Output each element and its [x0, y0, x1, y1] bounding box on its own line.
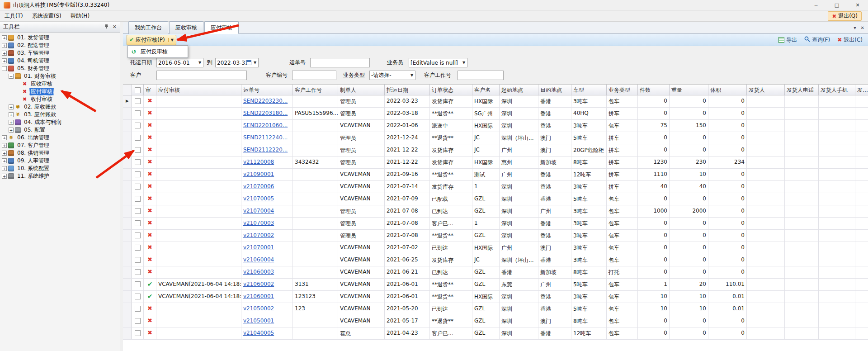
customer-no-input[interactable] [292, 71, 336, 80]
row-checkbox[interactable] [135, 294, 141, 299]
column-header-5[interactable]: 制单人 [338, 85, 385, 95]
column-header-13[interactable]: 件数 [638, 85, 670, 95]
grid-row[interactable]: ✖v21090001VCAVEMAN2021-09-16**退货**测试广州香港… [123, 169, 868, 181]
grid-row[interactable]: ✖v21060004VCAVEMAN2021-06-25发货库存JC深圳（坪山.… [123, 254, 868, 266]
grid-row[interactable]: ✖v21050002123VCAVEMAN2021-05-20已到达GZL深圳香… [123, 303, 868, 315]
panel-close-icon[interactable]: ✕ [113, 24, 117, 30]
waybill-link[interactable]: v21070001 [243, 244, 274, 251]
waybill-link[interactable]: v21070004 [243, 208, 274, 214]
menu-exit-button[interactable]: ✖ 退出(Q) [828, 11, 862, 21]
customer-input[interactable] [156, 71, 247, 80]
column-header-7[interactable]: 订单状态 [430, 85, 472, 95]
tree-item-system-config[interactable]: +10. 系统配置 [0, 165, 120, 172]
tree-item-shipping[interactable]: +01. 发货管理 [0, 34, 120, 42]
row-checkbox[interactable] [135, 159, 141, 165]
salesman-combo[interactable]: [EditValue is null] ▼ [409, 58, 467, 67]
waybill-link[interactable]: v21070006 [243, 183, 274, 190]
column-header-1[interactable]: 审 [144, 85, 156, 95]
grid-row[interactable]: ✖v21070006VCAVEMAN2021-07-14发货库存1深圳香港3吨车… [123, 181, 868, 193]
tree-expander-icon[interactable]: + [2, 151, 7, 156]
row-checkbox[interactable] [135, 123, 141, 128]
row-checkbox[interactable] [135, 196, 141, 202]
pin-icon[interactable] [104, 24, 109, 30]
tab-2[interactable]: 应收审核 [169, 21, 203, 34]
column-header-12[interactable]: 业务类型 [607, 85, 638, 95]
grid-row[interactable]: ✖v21050001VCAVEMAN2021-05-17**退货**GZL深圳澳… [123, 315, 868, 327]
grid-row[interactable]: ✖v211200083432432管理员2021-12-22发货库存HX国际惠州… [123, 157, 868, 169]
grid-row[interactable]: ✔VCAVEMAN(2021-06-04 14:18:10)v210600011… [123, 291, 868, 303]
waybill-link[interactable]: v21090001 [243, 171, 274, 177]
tab-list-dropdown-icon[interactable]: ▾ [854, 25, 856, 30]
tree-expander-icon[interactable]: + [9, 112, 14, 117]
close-button[interactable]: ✕ [847, 0, 868, 11]
minimize-button[interactable]: ─ [806, 0, 826, 11]
waybill-link[interactable]: v21070002 [243, 232, 274, 238]
select-all-checkbox[interactable] [135, 87, 141, 93]
waybill-link[interactable]: v21040005 [243, 330, 274, 336]
tree-item-receivable-audit[interactable]: +✖应收审核 [0, 80, 120, 88]
tree-item-vehicle[interactable]: +03. 车辆管理 [0, 49, 120, 57]
menu-help[interactable]: 帮助(H) [66, 11, 94, 21]
row-checkbox[interactable] [135, 330, 141, 336]
tree-item-cashier[interactable]: +¥06. 出纳管理 [0, 134, 120, 142]
grid-row[interactable]: ✖v21070004管理员2021-07-08已到达GZL深圳广州3吨车包车10… [123, 205, 868, 218]
column-header-2[interactable]: 应付审核 [156, 85, 241, 95]
tab-3[interactable]: 应付审核 [204, 21, 239, 34]
tree-item-delivery[interactable]: +02. 配送管理 [0, 42, 120, 49]
menu-item-reverse-audit[interactable]: ↺ 应付反审核 [129, 47, 187, 57]
column-header-3[interactable]: 运单号 [241, 85, 293, 95]
date-to-picker[interactable]: 2022-03-31 ▼ [215, 58, 259, 67]
column-header-11[interactable]: 车型 [571, 85, 607, 95]
tree-expander-icon[interactable]: − [9, 74, 14, 79]
row-checkbox[interactable] [135, 232, 141, 238]
grid-row[interactable]: ✖SEND2112240...管理员2021-12-24**退货**JC深圳（坪… [123, 132, 868, 144]
row-checkbox[interactable] [135, 245, 141, 251]
column-header-19[interactable]: 发货地址 [855, 85, 868, 95]
tab-close-icon[interactable]: ✕ [861, 25, 864, 30]
grid-row[interactable]: ✖v21070002管理员2021-07-08**退货**GZL深圳香港3吨车包… [123, 230, 868, 242]
grid-row[interactable]: ✖SEND2203180...PASU5155996...管理员2022-03-… [123, 108, 868, 120]
tree-expander-icon[interactable]: − [2, 66, 7, 71]
tree-item-driver[interactable]: +04. 司机管理 [0, 57, 120, 65]
tree-item-payment-audit[interactable]: +✖收付审核 [0, 95, 120, 103]
tree-expander-icon[interactable]: + [2, 58, 7, 63]
waybill-link[interactable]: v21070003 [243, 220, 274, 226]
menu-system-settings[interactable]: 系统设置(S) [28, 11, 66, 21]
row-checkbox[interactable] [135, 281, 141, 287]
waybill-link[interactable]: v21060002 [243, 281, 274, 287]
row-checkbox[interactable] [135, 184, 141, 190]
tree-item-payables[interactable]: +¥03. 应付账款 [0, 111, 120, 119]
column-header-17[interactable]: 发货人电话 [785, 85, 819, 95]
tree-item-finance-audit[interactable]: −01. 财务审核 [0, 72, 120, 80]
grid-row[interactable]: ✖v21070005VCAVEMAN2021-07-09已配载GZL深圳香港5吨… [123, 193, 868, 205]
tree-expander-icon[interactable]: + [2, 51, 7, 56]
column-header-4[interactable]: 客户工作号 [293, 85, 338, 95]
tree-expander-icon[interactable]: + [2, 174, 7, 179]
waybill-link[interactable]: v21070005 [243, 195, 274, 202]
tree-item-system-maintain[interactable]: +11. 系统维护 [0, 172, 120, 180]
waybill-link[interactable]: v21060003 [243, 269, 274, 275]
waybill-link[interactable]: v21120008 [243, 159, 274, 165]
column-header-8[interactable]: 客户名 [472, 85, 500, 95]
row-checkbox[interactable] [135, 147, 141, 153]
waybill-input[interactable] [310, 58, 370, 67]
grid-row[interactable]: ✖v21040005霍总2021-04-23客户已...GZL深圳香港12吨车包… [123, 327, 868, 340]
waybill-link[interactable]: SEND2112240... [243, 134, 288, 141]
row-checkbox[interactable] [135, 220, 141, 226]
row-checkbox[interactable] [135, 98, 141, 104]
query-button[interactable]: 查询(F) [804, 36, 830, 44]
waybill-link[interactable]: v21060001 [243, 293, 274, 299]
grid-row[interactable]: ✖SEND2201060...VCAVEMAN2022-01-06派送中HX国际… [123, 120, 868, 132]
column-header-9[interactable]: 起始地点 [500, 85, 538, 95]
waybill-link[interactable]: v21060004 [243, 256, 274, 263]
maximize-button[interactable]: □ [826, 0, 847, 11]
row-checkbox[interactable] [135, 135, 141, 141]
row-checkbox[interactable] [135, 171, 141, 177]
waybill-link[interactable]: SEND2201060... [243, 122, 288, 128]
grid-row[interactable]: ✖SEND2112220...管理员2021-12-22发货库存JC广州澳门20… [123, 144, 868, 157]
column-header-6[interactable]: 托运日期 [385, 85, 430, 95]
grid-row[interactable]: ✔VCAVEMAN(2021-06-04 14:18:10)v210600023… [123, 279, 868, 291]
dropdown-caret-icon[interactable]: ▼ [168, 38, 174, 42]
tab-1[interactable]: 我的工作台 [128, 21, 168, 34]
column-header-16[interactable]: 发货人 [747, 85, 785, 95]
